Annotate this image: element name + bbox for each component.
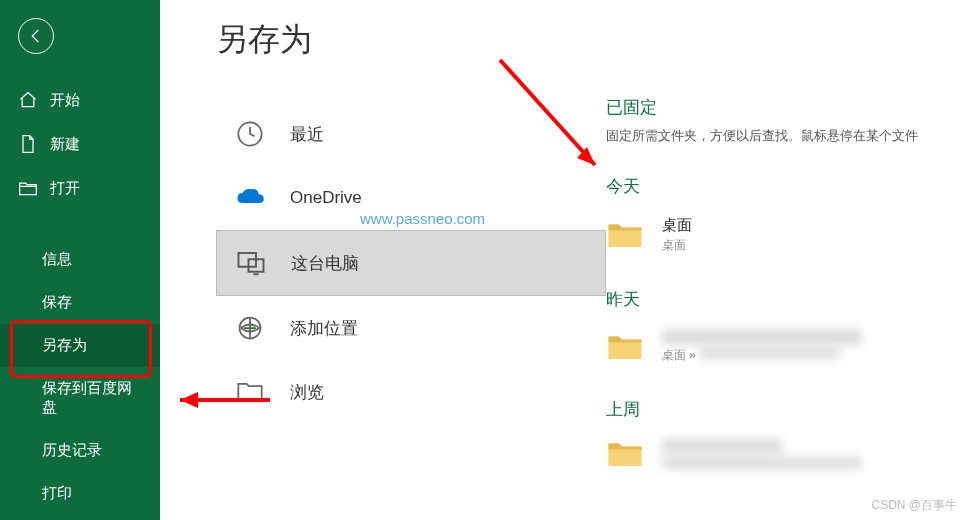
sidebar-item-print[interactable]: 打印 xyxy=(0,472,160,515)
home-icon xyxy=(18,90,38,110)
sidebar-item-label: 打印 xyxy=(42,484,72,503)
sidebar-item-label: 另存为 xyxy=(42,336,87,355)
watermark: CSDN @百事牛 xyxy=(871,497,957,514)
sidebar-item-label: 信息 xyxy=(42,250,72,269)
folder-icon xyxy=(234,376,266,408)
folder-row[interactable] xyxy=(606,429,959,479)
section-today: 今天 xyxy=(606,175,959,198)
page-title: 另存为 xyxy=(216,18,606,62)
location-recent[interactable]: 最近 xyxy=(216,102,606,166)
pinned-title: 已固定 xyxy=(606,96,959,119)
file-icon xyxy=(18,134,38,154)
clock-icon xyxy=(234,118,266,150)
back-button[interactable] xyxy=(18,18,54,54)
section-yesterday: 昨天 xyxy=(606,288,959,311)
folder-name-redacted xyxy=(662,329,862,345)
folder-path: 桌面 xyxy=(662,237,692,254)
folder-icon xyxy=(606,332,644,362)
sidebar-item-open[interactable]: 打开 xyxy=(0,166,160,210)
folder-name: 桌面 xyxy=(662,216,692,235)
sidebar-item-home[interactable]: 开始 xyxy=(0,78,160,122)
sidebar-item-info[interactable]: 信息 xyxy=(0,238,160,281)
section-lastweek: 上周 xyxy=(606,398,959,421)
onedrive-icon xyxy=(234,182,266,214)
arrow-left-icon xyxy=(27,27,45,45)
sidebar-item-label: 历史记录 xyxy=(42,441,102,460)
folder-path: 桌面 » xyxy=(662,347,862,364)
location-this-pc[interactable]: 这台电脑 xyxy=(216,230,606,296)
location-list: 另存为 最近 OneDrive 这台电脑 xyxy=(216,18,606,520)
sidebar-item-baidu[interactable]: 保存到百度网盘 xyxy=(0,367,160,429)
pinned-subtitle: 固定所需文件夹，方便以后查找。鼠标悬停在某个文件 xyxy=(606,127,959,145)
sidebar-item-label: 保存 xyxy=(42,293,72,312)
location-label: 浏览 xyxy=(290,381,324,404)
sidebar-item-saveas[interactable]: 另存为 xyxy=(0,324,160,367)
location-add-place[interactable]: 添加位置 xyxy=(216,296,606,360)
folder-open-icon xyxy=(18,178,38,198)
recent-folders-panel: 已固定 固定所需文件夹，方便以后查找。鼠标悬停在某个文件 今天 桌面 桌面 昨天… xyxy=(606,18,969,520)
folder-icon xyxy=(606,220,644,250)
location-label: OneDrive xyxy=(290,188,362,208)
folder-name-redacted xyxy=(662,439,782,455)
sidebar-item-label: 打开 xyxy=(50,179,80,198)
folder-row[interactable]: 桌面 » xyxy=(606,319,959,374)
main-panel: 另存为 最近 OneDrive 这台电脑 xyxy=(160,0,969,520)
pc-icon xyxy=(235,247,267,279)
location-label: 添加位置 xyxy=(290,317,358,340)
watermark: www.passneo.com xyxy=(360,210,485,227)
location-browse[interactable]: 浏览 xyxy=(216,360,606,424)
sidebar-item-label: 保存到百度网盘 xyxy=(42,379,142,417)
folder-row[interactable]: 桌面 桌面 xyxy=(606,206,959,264)
location-label: 最近 xyxy=(290,123,324,146)
add-place-icon xyxy=(234,312,266,344)
sidebar-item-history[interactable]: 历史记录 xyxy=(0,429,160,472)
sidebar-item-label: 新建 xyxy=(50,135,80,154)
folder-icon xyxy=(606,439,644,469)
sidebar-item-save[interactable]: 保存 xyxy=(0,281,160,324)
sidebar: 开始 新建 打开 信息 保存 另存为 保存到百度网盘 历史记录 打印 xyxy=(0,0,160,520)
folder-path-redacted xyxy=(662,457,862,469)
sidebar-item-new[interactable]: 新建 xyxy=(0,122,160,166)
sidebar-item-label: 开始 xyxy=(50,91,80,110)
location-label: 这台电脑 xyxy=(291,252,359,275)
